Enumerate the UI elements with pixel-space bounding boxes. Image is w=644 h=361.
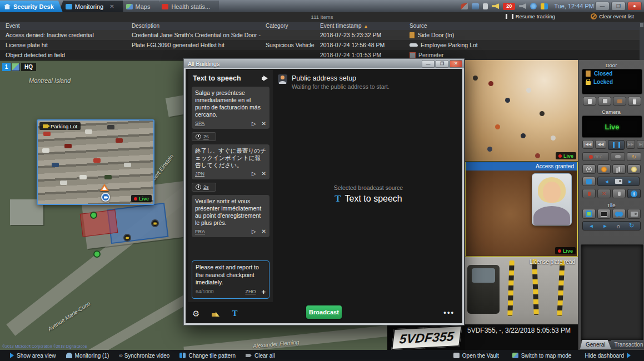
levels-warning-icon[interactable] <box>541 3 548 9</box>
loop-button[interactable]: ↻ <box>627 152 641 161</box>
table-row[interactable]: Access denied: Inactive credential Crede… <box>0 30 644 40</box>
map-alert-marker[interactable] <box>100 184 109 191</box>
speaker-icon[interactable] <box>519 3 526 9</box>
add-message-button[interactable]: + <box>261 288 266 297</box>
map-camera-marker[interactable] <box>101 193 110 202</box>
map-restricted-zone[interactable] <box>80 209 118 237</box>
tiles-icon[interactable] <box>472 3 479 9</box>
col-source[interactable]: Source <box>410 23 576 29</box>
monitor-button[interactable] <box>597 209 611 219</box>
reader-button[interactable] <box>598 97 611 106</box>
col-description[interactable]: Description <box>132 23 262 29</box>
synchronize-video-button[interactable]: ∞ Synchronize video <box>119 353 169 359</box>
resume-tracking-button[interactable]: Resume tracking <box>506 13 555 19</box>
pause-button[interactable] <box>608 140 625 150</box>
audio-button[interactable] <box>612 164 626 174</box>
monitoring-task-button[interactable]: Monitoring (1) <box>66 353 109 359</box>
language-link[interactable]: SPA <box>195 121 246 127</box>
maximize-icon[interactable]: ❐ <box>436 60 448 68</box>
col-event[interactable]: Event <box>6 23 128 29</box>
delay-chip[interactable]: 2s <box>192 183 216 192</box>
remove-camera-button[interactable]: ✕ <box>597 189 611 198</box>
map-camera-marker-dark[interactable] <box>123 234 131 242</box>
preset-button[interactable] <box>597 164 611 174</box>
map-door-marker[interactable] <box>90 212 97 219</box>
tts-message-input[interactable]: Please exit and report to the nearest ch… <box>192 260 269 299</box>
horn-icon[interactable] <box>492 3 499 9</box>
tts-message-card[interactable]: 終了し、すぐに最寄りのチェックインポイントに報告してください。 JPN ▷ ✕ <box>192 144 269 179</box>
more-options-button[interactable]: ••• <box>443 308 455 317</box>
tab-maps[interactable]: Maps <box>119 1 159 12</box>
minimize-button[interactable]: — <box>595 2 610 11</box>
remove-icon[interactable]: ✕ <box>262 121 266 128</box>
forward-icon[interactable]: ▶▶ <box>626 140 635 149</box>
text-to-speech-source-icon[interactable]: T <box>232 309 237 318</box>
record-button[interactable]: REC <box>582 152 609 161</box>
play-icon[interactable]: ▷ <box>252 228 256 235</box>
switch-map-mode-button[interactable]: Switch to map mode <box>512 353 572 359</box>
camera-tile-access-granted[interactable]: Access granted Live <box>465 162 578 257</box>
tts-message-card[interactable]: Salga y preséntese inmediatamente en el … <box>192 87 269 129</box>
col-event-timestamp[interactable]: Event timestamp▲ <box>320 23 406 29</box>
broadcast-button[interactable]: Broadcast <box>306 305 342 319</box>
map-door-marker[interactable] <box>93 250 101 258</box>
clear-all-button[interactable]: Clear all <box>246 353 275 359</box>
close-tab-icon[interactable]: ✕ <box>109 3 114 9</box>
blue-square-button[interactable] <box>582 177 596 186</box>
restore-button[interactable]: ❐ <box>611 2 626 11</box>
close-button[interactable]: ● <box>627 2 642 11</box>
unlock-door-button[interactable] <box>583 97 596 106</box>
clear-event-list-button[interactable]: Clear event list <box>591 13 634 19</box>
rewind-icon[interactable]: ◀◀ <box>595 140 606 149</box>
hide-dashboard-button[interactable]: Hide dashboard <box>585 353 631 359</box>
minimize-icon[interactable]: — <box>422 60 435 68</box>
tab-health-statistics[interactable]: Health statis... <box>155 1 219 12</box>
map-camera-marker-dark[interactable] <box>151 219 159 227</box>
camera-tile-lobby[interactable]: Live <box>465 60 578 161</box>
prev-camera-icon[interactable]: ◄ <box>605 179 610 184</box>
table-row[interactable]: License plate hit Plate FGL3090 generate… <box>0 40 644 50</box>
alarm-count-badge[interactable]: 20 <box>503 3 515 10</box>
col-category[interactable]: Category <box>266 23 317 29</box>
open-vault-button[interactable]: Open the Vault <box>453 353 499 359</box>
play-icon[interactable]: ▷ <box>252 171 256 178</box>
listen-button[interactable] <box>612 189 626 198</box>
play-icon[interactable]: ▷ <box>252 121 256 128</box>
dialog-title-bar[interactable]: All Buildings — ❐ ✕ <box>184 59 464 68</box>
forward-icon[interactable]: ► <box>603 223 608 229</box>
gear-icon[interactable]: ⚙ <box>192 309 199 318</box>
close-icon[interactable]: ✕ <box>450 60 462 68</box>
snapshot-button[interactable] <box>627 164 641 174</box>
home-icon[interactable]: ⌂ <box>616 223 620 229</box>
remove-icon[interactable]: ✕ <box>262 228 266 235</box>
jump-end-icon[interactable]: ▶| <box>637 140 644 149</box>
horn-icon[interactable] <box>212 310 219 317</box>
tab-security-desk[interactable]: Security Desk <box>0 1 63 12</box>
trash-button[interactable] <box>628 97 641 106</box>
tools-icon[interactable] <box>461 3 468 9</box>
search-button[interactable] <box>612 209 626 219</box>
remove-icon[interactable]: ✕ <box>262 171 266 178</box>
jump-start-icon[interactable]: |◀◀ <box>582 140 593 149</box>
intercom-icon[interactable] <box>483 3 488 9</box>
talk-button[interactable] <box>582 189 596 198</box>
event-scrollbar[interactable] <box>640 22 644 60</box>
change-tile-pattern-button[interactable]: Change tile pattern <box>179 353 236 359</box>
maximize-tile-button[interactable] <box>582 209 596 219</box>
cloud-button[interactable] <box>611 152 625 161</box>
language-link[interactable]: ZHO <box>245 289 256 295</box>
back-icon[interactable]: ◄ <box>589 223 594 229</box>
delay-chip[interactable]: 2s <box>192 132 216 141</box>
tab-monitoring[interactable]: Monitoring ✕ <box>59 1 123 12</box>
show-area-view-button[interactable]: Show area view <box>10 353 56 359</box>
tts-message-card[interactable]: Veuillez sortir et vous présenter immédi… <box>192 195 269 237</box>
next-camera-icon[interactable]: ► <box>628 179 633 184</box>
tab-transaction[interactable]: Transaction <box>609 340 644 349</box>
go-to-time-button[interactable] <box>582 164 596 174</box>
tab-general[interactable]: General <box>580 340 611 349</box>
parking-lot-camera-overlay[interactable]: Parking Lot Live <box>37 119 154 205</box>
info-button[interactable]: i <box>627 189 641 198</box>
camera-icon[interactable] <box>615 179 622 184</box>
language-link[interactable]: JPN <box>195 171 246 177</box>
tile-camera-button[interactable] <box>627 209 641 219</box>
